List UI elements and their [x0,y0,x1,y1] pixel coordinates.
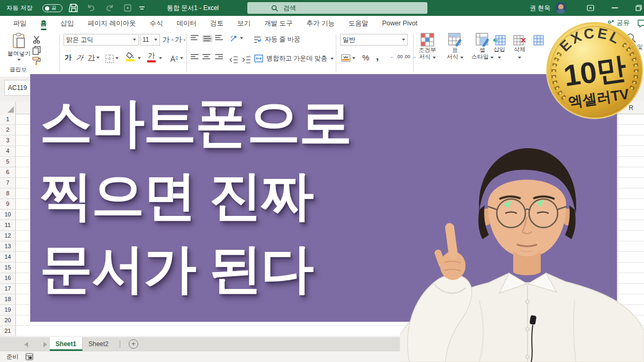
select-all-corner[interactable] [0,102,16,114]
row-header[interactable]: 5 [0,157,16,167]
qat-menu-icon[interactable] [139,5,145,11]
phonetic-guide-icon[interactable] [169,54,179,64]
phonetic-caret-icon[interactable] [180,57,183,59]
merge-center-icon [254,55,263,62]
row-header[interactable]: 3 [0,135,16,146]
tab-developer[interactable]: 개발 도구 [257,16,299,31]
format-painter-icon[interactable] [32,56,41,66]
row-header[interactable]: 15 [0,263,16,273]
row-header[interactable]: 18 [0,294,16,305]
align-middle-button[interactable] [202,35,212,42]
row-header[interactable]: 1 [0,114,16,125]
italic-button[interactable]: 가 [76,53,84,62]
avatar[interactable] [555,2,567,14]
shrink-font-button[interactable]: 가˅ [175,35,186,44]
user-name[interactable]: 권 현욱 [530,0,550,16]
align-top-button[interactable] [191,35,199,40]
font-name-value: 맑은 고딕 [66,35,93,44]
redo-icon[interactable] [105,3,114,13]
tab-review[interactable]: 검토 [203,16,230,31]
row-header[interactable]: 16 [0,273,16,284]
bold-button[interactable]: 가 [65,53,71,62]
conditional-formatting-button[interactable]: 조건부 서식 [414,33,441,60]
pointing-finger [450,228,453,255]
tab-help[interactable]: 도움말 [342,16,375,31]
row-header[interactable]: 8 [0,188,16,199]
percent-button[interactable]: % [362,53,369,62]
row-header[interactable]: 20 [0,315,16,326]
row-header[interactable]: 17 [0,284,16,294]
align-right-button[interactable] [215,54,223,59]
comma-button[interactable]: , [376,51,379,62]
ribbon-display-options-icon[interactable] [587,5,594,11]
tab-page-layout[interactable]: 페이지 레이아웃 [81,16,143,31]
tab-power-pivot[interactable]: Power Pivot [375,16,424,31]
underline-button[interactable]: 가 [88,53,100,62]
tab-sheet1[interactable]: Sheet1 [50,337,83,351]
increase-indent-icon[interactable] [241,55,251,65]
accounting-format-button[interactable] [341,54,355,62]
restore-icon[interactable] [636,5,642,11]
paste-button[interactable]: 붙여넣기 [7,33,31,61]
grow-font-button[interactable]: 가˄ [163,35,174,44]
macro-record-icon[interactable] [25,353,33,360]
tab-home[interactable]: 홈 [33,16,54,31]
row-header[interactable]: 7 [0,178,16,188]
tab-data[interactable]: 데이터 [169,16,203,31]
increase-decimal-button[interactable]: ←.00 [390,54,403,59]
tab-addins[interactable]: 추가 기능 [299,16,341,31]
fill-color-bar [126,59,135,61]
touch-mode-icon[interactable] [123,3,132,13]
tab-formulas[interactable]: 수식 [142,16,169,31]
minimize-icon[interactable] [612,7,618,8]
row-header[interactable]: 13 [0,241,16,252]
tab-sheet2[interactable]: Sheet2 [83,337,114,351]
wrap-text-button[interactable]: 자동 줄 바꿈 [253,35,300,44]
font-size-select[interactable]: 11 [140,34,160,46]
fill-color-button[interactable] [126,52,135,61]
orientation-button[interactable] [230,34,243,42]
font-color-caret-icon[interactable] [159,57,162,59]
font-size-value: 11 [142,36,149,43]
autosave-toggle[interactable]: 끔 [42,4,62,12]
row-header[interactable]: 6 [0,167,16,178]
font-color-button[interactable]: 가 [147,51,156,62]
format-as-table-button[interactable]: 표 서식 [442,33,468,60]
row-header[interactable]: 2 [0,125,16,135]
status-mode: 준비 [6,353,19,361]
align-bottom-button[interactable] [215,35,223,40]
insert-cells-button[interactable]: 삽입 [490,35,508,60]
sheet-prev-icon[interactable] [24,342,28,347]
row-header[interactable]: 11 [0,220,16,231]
align-center-button[interactable] [202,54,210,59]
row-header[interactable]: 9 [0,199,16,210]
search-input[interactable]: 검색 [247,2,427,14]
insert-label: 삽입 [490,46,508,53]
font-name-select[interactable]: 맑은 고딕 [64,34,139,46]
undo-icon[interactable] [86,3,96,13]
row-header[interactable]: 19 [0,305,16,315]
toggle-knob [45,6,49,11]
copy-icon[interactable] [32,46,41,55]
fill-caret-icon[interactable] [138,57,141,59]
align-left-button[interactable] [191,54,199,59]
number-format-select[interactable]: 일반 [340,34,408,46]
row-header[interactable]: 10 [0,210,16,220]
row-header[interactable]: 4 [0,146,16,157]
borders-icon[interactable] [105,54,114,64]
borders-caret-icon[interactable] [115,57,119,59]
row-header[interactable]: 21 [0,326,16,337]
tab-view[interactable]: 보기 [230,16,257,31]
sheet-next-icon[interactable] [43,342,47,347]
delete-cells-button[interactable]: 삭제 [511,35,529,60]
tab-insert[interactable]: 삽입 [54,16,81,31]
cut-icon[interactable] [32,35,41,44]
row-headers: 123456789101112131415161718192021 [0,114,16,337]
row-header[interactable]: 14 [0,252,16,263]
row-header[interactable]: 12 [0,231,16,241]
tab-file[interactable]: 파일 [6,16,33,31]
add-sheet-button[interactable]: + [129,339,138,349]
decrease-indent-icon[interactable] [229,55,238,65]
merge-center-button[interactable]: 병합하고 가운데 맞춤 [254,54,334,63]
save-icon[interactable] [69,3,78,13]
